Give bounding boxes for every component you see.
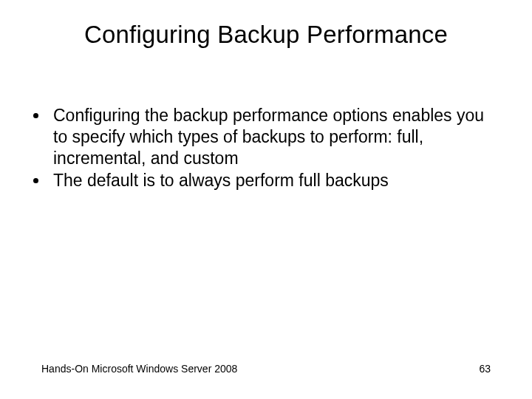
list-item: The default is to always perform full ba… (49, 170, 502, 191)
list-item: Configuring the backup performance optio… (49, 105, 502, 168)
page-number: 63 (479, 363, 491, 375)
slide-body: Configuring the backup performance optio… (30, 105, 502, 193)
slide-title: Configuring Backup Performance (0, 21, 532, 49)
bullet-list: Configuring the backup performance optio… (30, 105, 502, 191)
footer-source: Hands-On Microsoft Windows Server 2008 (41, 363, 237, 375)
slide: Configuring Backup Performance Configuri… (0, 0, 532, 399)
